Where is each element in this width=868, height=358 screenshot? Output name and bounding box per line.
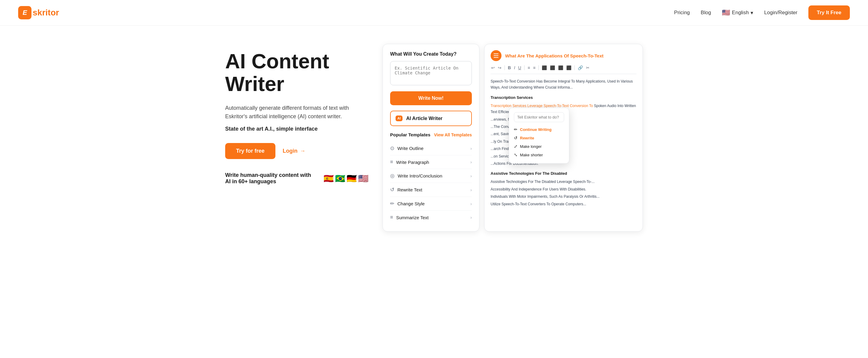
align-center-icon[interactable]: ⬛ — [549, 65, 556, 71]
chevron-down-icon: ▾ — [751, 10, 753, 16]
hero-tagline: State of the art A.I., simple interface — [225, 126, 370, 132]
nav-pricing[interactable]: Pricing — [674, 10, 690, 16]
logo-text: skritor — [33, 8, 59, 18]
paragraph-label: Write Paragraph — [396, 160, 429, 165]
menu-icon — [491, 50, 501, 61]
link-icon[interactable]: 🔗 — [577, 65, 584, 71]
hero-languages: Write human-quality content with AI in 6… — [225, 171, 370, 186]
popular-title: Popular Templates — [390, 132, 430, 137]
style-label: Change Style — [397, 201, 425, 206]
template-rewrite[interactable]: ↺ Rewrite Text › — [390, 183, 472, 197]
summarize-label: Summarize Text — [396, 215, 429, 220]
doc-header: What Are The Applications Of Speech-To-T… — [491, 50, 637, 61]
align-justify-icon[interactable]: ⬛ — [566, 65, 572, 71]
underline-icon[interactable]: U — [518, 65, 522, 71]
chevron-right-icon: › — [470, 146, 472, 151]
outline-label: Write Outline — [397, 146, 424, 151]
paragraph-icon: ≡ — [390, 159, 393, 165]
template-summarize[interactable]: ≡ Summarize Text › — [390, 211, 472, 224]
tooltip-shorter[interactable]: ⤡ Make shorter — [514, 151, 564, 159]
create-panel: What Will You Create Today? Write Now! A… — [382, 44, 479, 232]
ai-article-label: AI Article Writer — [406, 116, 442, 121]
nav-links: Pricing Blog 🇺🇸 English ▾ Login/Register… — [674, 5, 850, 20]
doc-section1-title: Transcription Services — [491, 94, 637, 101]
languages-text: Write human-quality content with AI in 6… — [225, 172, 317, 185]
flag-group: 🇪🇸 🇧🇷 🇩🇪 🇺🇸 — [321, 171, 370, 186]
flag-us: 🇺🇸 — [356, 171, 370, 186]
tooltip-input[interactable] — [514, 112, 564, 122]
nav-blog[interactable]: Blog — [701, 10, 711, 16]
template-style[interactable]: ✏ Change Style › — [390, 197, 472, 211]
document-panel: What Are The Applications Of Speech-To-T… — [484, 44, 643, 232]
list-ol-icon[interactable]: ≡ — [527, 65, 531, 71]
doc-s3-l2: Accessibility And Independence For Users… — [491, 186, 637, 192]
chevron-right-icon: › — [470, 160, 472, 164]
doc-intro: Speech-To-Text Conversion Has Become Int… — [491, 78, 637, 91]
undo-icon[interactable]: ↩ — [491, 65, 495, 71]
tooltip-longer[interactable]: ⤢ Make longer — [514, 142, 564, 151]
navbar: E skritor Pricing Blog 🇺🇸 English ▾ Logi… — [0, 0, 868, 26]
hero-try-button[interactable]: Try for free — [225, 143, 275, 159]
italic-icon[interactable]: I — [513, 65, 516, 71]
longer-icon: ⤢ — [514, 144, 518, 149]
doc-s3-l4: Utilize Speech-To-Text Converters To Ope… — [491, 201, 637, 207]
create-input[interactable] — [390, 61, 472, 85]
align-right-icon[interactable]: ⬛ — [557, 65, 564, 71]
template-outline[interactable]: ⊙ Write Outline › — [390, 141, 472, 155]
language-label: English — [732, 10, 749, 16]
ai-article-card[interactable]: AI AI Article Writer — [390, 111, 472, 126]
template-paragraph[interactable]: ≡ Write Paragraph › — [390, 155, 472, 169]
rewrite-icon: ↺ — [390, 187, 394, 193]
chevron-right-icon: › — [470, 215, 472, 220]
hero-left: AI Content Writer Automatically generate… — [225, 44, 370, 186]
rewrite-label: Rewrite Text — [397, 187, 422, 192]
chevron-right-icon: › — [470, 173, 472, 178]
style-icon: ✏ — [390, 200, 394, 207]
nav-language[interactable]: 🇺🇸 English ▾ — [722, 9, 753, 17]
doc-s3-l1: Assistive Technologies For The Disabled … — [491, 179, 637, 185]
doc-section3-title: Assistive Technologies For The Disabled — [491, 170, 637, 177]
tooltip-rewrite[interactable]: ↺ Rewrite — [514, 134, 564, 142]
hero-section: AI Content Writer Automatically generate… — [207, 26, 661, 244]
us-flag-icon: 🇺🇸 — [722, 9, 730, 17]
intro-label: Write Intro/Conclusion — [398, 173, 442, 178]
hero-subtitle1: Automatically generate different formats… — [225, 104, 358, 121]
template-intro[interactable]: ◎ Write Intro/Conclusion › — [390, 169, 472, 183]
nav-try-button[interactable]: Try It Free — [808, 5, 850, 20]
hero-right: What Will You Create Today? Write Now! A… — [382, 44, 643, 232]
shorter-icon: ⤡ — [514, 152, 518, 157]
continue-icon: ✏ — [514, 127, 518, 132]
hero-title: AI Content Writer — [225, 50, 370, 95]
ai-tooltip: ✏ Continue Writing ↺ Rewrite ⤢ Make long… — [509, 108, 569, 164]
list-ul-icon[interactable]: ≡ — [532, 65, 536, 71]
view-all-link[interactable]: View All Templates — [434, 132, 472, 137]
ai-badge: AI — [396, 116, 403, 121]
align-left-icon[interactable]: ⬛ — [541, 65, 548, 71]
doc-toolbar: ↩ ↪ B I U ≡ ≡ ⬛ ⬛ ⬛ ⬛ 🔗 ✂ — [491, 65, 637, 74]
chevron-right-icon: › — [470, 201, 472, 206]
write-now-button[interactable]: Write Now! — [390, 91, 472, 105]
rewrite-icon2: ↺ — [514, 135, 518, 140]
logo-icon: E — [18, 6, 31, 19]
nav-login[interactable]: Login/Register — [764, 10, 798, 16]
unlink-icon[interactable]: ✂ — [585, 65, 590, 71]
logo[interactable]: E skritor — [18, 6, 59, 19]
doc-s3-l3: Individuals With Motor Impairments, Such… — [491, 194, 637, 200]
tooltip-continue[interactable]: ✏ Continue Writing — [514, 125, 564, 134]
doc-title: What Are The Applications Of Speech-To-T… — [505, 53, 603, 58]
popular-header: Popular Templates View All Templates — [390, 132, 472, 137]
intro-icon: ◎ — [390, 173, 395, 179]
hero-actions: Try for free Login → — [225, 143, 370, 159]
create-panel-title: What Will You Create Today? — [390, 52, 472, 57]
template-list: ⊙ Write Outline › ≡ Write Paragraph › ◎ — [390, 141, 472, 224]
arrow-icon: → — [300, 148, 305, 154]
outline-icon: ⊙ — [390, 145, 394, 152]
redo-icon[interactable]: ↪ — [497, 65, 502, 71]
summarize-icon: ≡ — [390, 215, 393, 220]
chevron-right-icon: › — [470, 188, 472, 192]
hero-login-link[interactable]: Login → — [283, 148, 305, 154]
bold-icon[interactable]: B — [507, 65, 512, 71]
